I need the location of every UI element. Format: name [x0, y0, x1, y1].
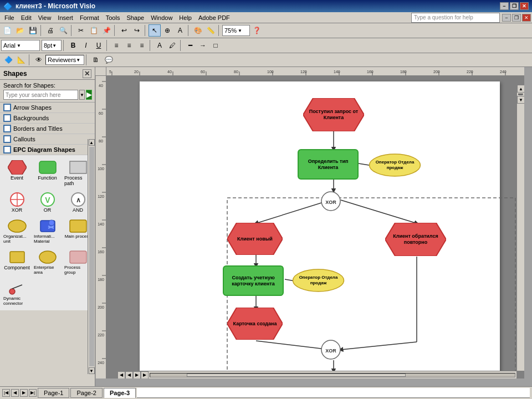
print-button[interactable]: 🖨: [44, 24, 57, 37]
menu-shape[interactable]: Shape: [123, 13, 147, 22]
help-icon[interactable]: ❓: [250, 24, 263, 37]
italic-button[interactable]: I: [80, 39, 92, 52]
highlight-color[interactable]: 🖊: [166, 39, 178, 52]
tb3-btn5[interactable]: 💬: [103, 54, 115, 66]
reviewers-box[interactable]: Reviewers ▼: [45, 55, 84, 65]
shape-enterprise[interactable]: Enterprise area: [33, 247, 62, 277]
menu-adobe-pdf[interactable]: Adobe PDF: [195, 13, 233, 22]
align-right[interactable]: ≡: [136, 39, 148, 52]
line-color[interactable]: 📏: [204, 24, 217, 37]
bold-button[interactable]: B: [67, 39, 79, 52]
cat-borders[interactable]: Borders and Titles: [0, 124, 95, 134]
menu-tools[interactable]: Tools: [103, 13, 124, 22]
node-request[interactable]: Поступил запрос от Клиента: [303, 98, 364, 131]
connect-button[interactable]: ⊕: [161, 24, 173, 37]
menu-format[interactable]: Format: [76, 13, 103, 22]
shape-function[interactable]: Function: [33, 157, 62, 188]
shape-component[interactable]: Component: [2, 247, 32, 277]
scroll-up-button[interactable]: ▲: [89, 139, 95, 146]
fill-color[interactable]: 🎨: [192, 24, 204, 37]
node-xor-2[interactable]: XOR: [320, 339, 341, 360]
scroll-down-btn[interactable]: ▼: [517, 96, 524, 104]
h-scroll-thumb[interactable]: [187, 374, 406, 377]
restore-button[interactable]: ❐: [510, 2, 519, 10]
v-scrollbar[interactable]: ▲ ▼: [516, 85, 524, 371]
tab-next-button[interactable]: ▶: [20, 389, 28, 397]
tab-page1[interactable]: Page-1: [38, 388, 69, 398]
close-button[interactable]: ✕: [520, 2, 529, 10]
v-scroll-track[interactable]: [518, 94, 523, 95]
copy-button[interactable]: 📋: [88, 24, 100, 37]
align-left[interactable]: ≡: [110, 39, 122, 52]
help-close[interactable]: ✕: [522, 14, 531, 22]
paste-button[interactable]: 📌: [100, 24, 112, 37]
open-button[interactable]: 📂: [14, 24, 26, 37]
node-client-new[interactable]: Клиент новый: [227, 223, 283, 255]
zoom-box[interactable]: 75% ▼: [222, 25, 250, 36]
scroll-right-button[interactable]: ▶: [141, 371, 149, 379]
font-size[interactable]: 8pt ▼: [42, 40, 62, 51]
cat-callouts[interactable]: Callouts: [0, 134, 95, 145]
menu-help[interactable]: Help: [176, 13, 195, 22]
preview-button[interactable]: 🔍: [57, 24, 69, 37]
menu-edit[interactable]: Edit: [18, 13, 35, 22]
node-xor-1[interactable]: XOR: [320, 191, 341, 212]
line-ends[interactable]: →: [197, 39, 209, 52]
search-go-button[interactable]: ▶: [86, 90, 92, 100]
tb3-btn1[interactable]: 🔷: [2, 54, 14, 66]
scroll-page-left[interactable]: ◀: [125, 371, 133, 379]
menu-file[interactable]: File: [1, 13, 18, 22]
help-minimize[interactable]: −: [502, 14, 511, 22]
cat-epc[interactable]: EPC Diagram Shapes: [0, 145, 95, 155]
node-operator-1[interactable]: Оператор Отдела продаж: [369, 154, 421, 177]
scroll-page-right[interactable]: ▶: [133, 371, 141, 379]
shape-event[interactable]: Event: [2, 157, 32, 188]
tab-page3[interactable]: Page-3: [104, 388, 136, 398]
save-button[interactable]: 💾: [27, 24, 39, 37]
cat-backgrounds[interactable]: Backgrounds: [0, 113, 95, 124]
menu-window[interactable]: Window: [147, 13, 176, 22]
scroll-down-button[interactable]: ▼: [89, 367, 95, 374]
tb3-btn2[interactable]: 📐: [15, 54, 27, 66]
font-select[interactable]: Arial ▼: [1, 40, 40, 51]
cat-arrow-shapes[interactable]: Arrow Shapes: [0, 103, 95, 113]
menu-insert[interactable]: Insert: [54, 13, 76, 22]
tab-last-button[interactable]: ▶|: [29, 389, 37, 397]
redo-button[interactable]: ↪: [131, 24, 143, 37]
help-restore[interactable]: ❐: [512, 14, 521, 22]
tab-first-button[interactable]: |◀: [2, 389, 10, 397]
underline-button[interactable]: U: [93, 39, 105, 52]
diagram-page[interactable]: Поступил запрос от Клиента Определить ти…: [140, 81, 500, 378]
tab-page2[interactable]: Page-2: [70, 388, 102, 398]
menu-view[interactable]: View: [35, 13, 55, 22]
search-input[interactable]: [3, 90, 78, 100]
shape-xor[interactable]: XOR: [2, 190, 32, 215]
search-dropdown[interactable]: ▼: [79, 90, 85, 100]
new-button[interactable]: 📄: [1, 24, 13, 37]
scroll-left-button[interactable]: ◀: [117, 371, 125, 379]
shape-org-unit[interactable]: Organizat... unit: [2, 216, 32, 246]
node-client-repeat[interactable]: Клиент обратился повторно: [385, 223, 446, 256]
node-card-created[interactable]: Карточка создана: [227, 308, 283, 340]
titlebar-controls[interactable]: − ❐ ✕: [500, 2, 529, 10]
text-color[interactable]: A: [154, 39, 166, 52]
node-create-card[interactable]: Создать учетную карточку клиента: [223, 265, 284, 296]
tb3-btn3[interactable]: 👁: [33, 54, 45, 66]
shape-dynamic-connector[interactable]: Dynamic connector: [2, 278, 32, 308]
shadow[interactable]: □: [209, 39, 222, 52]
shapes-close-button[interactable]: ✕: [83, 69, 91, 78]
text-button[interactable]: A: [174, 24, 186, 37]
tab-prev-button[interactable]: ◀: [11, 389, 19, 397]
node-define-client[interactable]: Определить тип Клиента: [298, 149, 359, 180]
shape-or[interactable]: V OR: [33, 190, 62, 215]
line-style[interactable]: ━: [184, 39, 196, 52]
scroll-up-btn[interactable]: ▲: [517, 85, 524, 93]
align-center[interactable]: ≡: [123, 39, 135, 52]
v-scroll-thumb[interactable]: [519, 94, 523, 95]
pointer-button[interactable]: ↖: [149, 24, 161, 37]
minimize-button[interactable]: −: [500, 2, 509, 10]
tb3-btn4[interactable]: 🗎: [90, 54, 102, 66]
help-box[interactable]: Type a question for help: [411, 13, 500, 23]
h-scrollbar[interactable]: ◀ ◀ ▶ ▶: [117, 371, 516, 378]
shape-information[interactable]: Informati... Material: [33, 216, 62, 246]
